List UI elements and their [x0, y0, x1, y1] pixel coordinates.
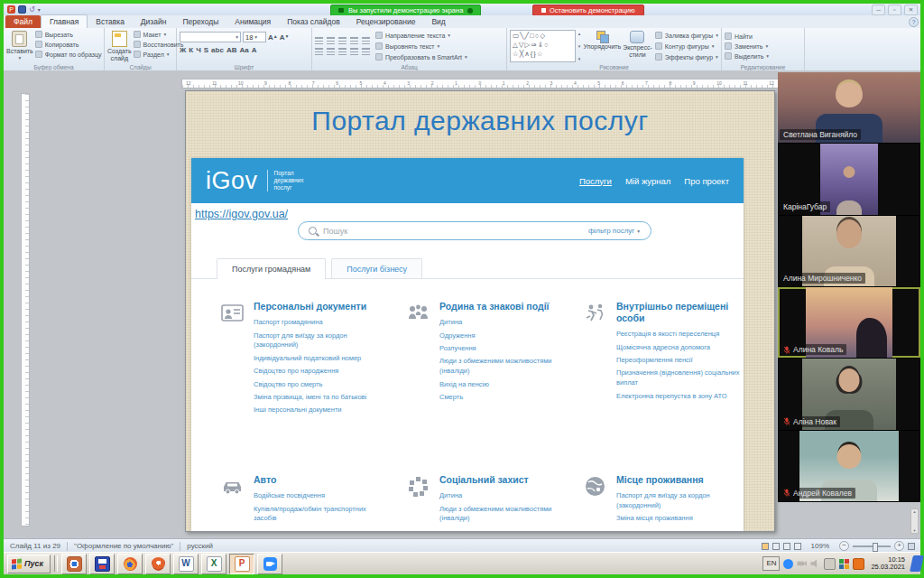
participant-tile[interactable]: КарінаГубар	[778, 144, 920, 215]
arrange-button[interactable]: Упорядочить	[584, 30, 622, 62]
slide-title[interactable]: Портал державних послуг	[186, 106, 774, 136]
service-link[interactable]: Зміна прізвища, імені та по батькові	[254, 393, 391, 403]
line-spacing-icon[interactable]	[362, 37, 370, 45]
ribbon-tab[interactable]: Показ слайдов	[279, 15, 348, 28]
participant-tile[interactable]: Андрей Ковалев	[778, 431, 920, 502]
paste-button[interactable]: Вставить ▾	[6, 30, 33, 62]
select-button[interactable]: Выделить▾	[725, 51, 769, 61]
font-style-button[interactable]: abc	[211, 46, 224, 54]
service-title[interactable]: Авто	[254, 474, 391, 486]
font-name-select[interactable]: ▾	[180, 32, 241, 42]
ribbon-tab[interactable]: Дизайн	[133, 15, 175, 28]
service-link[interactable]: Дитина	[439, 318, 577, 328]
bullets-icon[interactable]	[315, 37, 323, 45]
slide-canvas[interactable]: Портал державних послуг iGov Портал держ…	[185, 90, 775, 532]
service-link[interactable]: Смерть	[439, 393, 577, 403]
service-link[interactable]: Паспорт громадянина	[254, 318, 391, 328]
undo-icon[interactable]: ↺	[29, 5, 35, 14]
shape-icon[interactable]: ◇	[540, 32, 546, 40]
font-style-button[interactable]: АВ	[226, 46, 237, 54]
start-button[interactable]: Пуск	[7, 555, 51, 573]
font-style-button[interactable]: К	[189, 46, 193, 54]
app-grid-tray-icon[interactable]	[839, 559, 849, 569]
service-link[interactable]: Розлучення	[439, 344, 577, 354]
restore-button[interactable]: ▫	[888, 5, 901, 15]
columns-icon[interactable]	[362, 48, 370, 56]
zoom-in-button[interactable]: +	[894, 541, 904, 551]
shape-icon[interactable]: ⇓	[538, 41, 544, 49]
shape-fill-button[interactable]: Заливка фигуры▾	[655, 31, 718, 40]
service-link[interactable]: Купівля/продаж/обмін транспортних засобі…	[254, 505, 391, 525]
paste-dropdown-icon[interactable]: ▾	[18, 55, 21, 61]
service-link[interactable]: Дитина	[439, 491, 577, 501]
service-link[interactable]: Люди з обмеженими можливостями (інваліди…	[439, 505, 577, 525]
minimize-button[interactable]: ─	[872, 5, 885, 15]
zoom-level[interactable]: 109%	[805, 542, 836, 550]
service-title[interactable]: Родина та знакові події	[439, 301, 577, 312]
shapes-gallery-scrollbar[interactable]: ▴ ▾ ▾	[578, 30, 582, 62]
service-link[interactable]: Щомісячна адресна допомога	[616, 343, 744, 353]
service-link[interactable]: Індивідуальний податковий номер	[254, 354, 391, 364]
service-link[interactable]: Реєстрація в якості переселенця	[616, 330, 744, 340]
shape-effects-button[interactable]: Эффекты фигур▾	[655, 52, 718, 61]
service-link[interactable]: Переоформлення пенсії	[616, 356, 744, 366]
theme-name[interactable]: "Оформление по умолчанию"	[68, 542, 180, 550]
slide-sorter-view-button[interactable]	[772, 543, 780, 550]
slideshow-view-button[interactable]	[794, 543, 801, 550]
smartart-button[interactable]: Преобразовать в SmartArt▾	[375, 52, 467, 61]
new-slide-button[interactable]: Создать слайд	[107, 30, 132, 62]
font-style-button[interactable]: А	[252, 46, 257, 54]
save-app-button[interactable]	[89, 554, 115, 574]
service-link[interactable]: Свідоцтво про смерть	[254, 380, 391, 390]
filter-services-dropdown[interactable]: фільтр послуг▾	[588, 227, 651, 235]
align-text-button[interactable]: Выровнять текст▾	[375, 42, 467, 51]
show-desktop-edge[interactable]	[910, 555, 924, 572]
service-link[interactable]: Паспорт для виїзду за кордон (закордонни…	[254, 331, 391, 351]
close-button[interactable]: ✕	[904, 5, 918, 15]
tab-business-services[interactable]: Послуги бізнесу	[331, 258, 422, 279]
participant-tile[interactable]: Светлана Виганяйло	[778, 72, 920, 144]
font-style-button[interactable]: Ж	[180, 46, 186, 54]
shapes-gallery[interactable]: ▭╲╱□○◇ △▽▷⇒⇓○ ☆╳∧{}☆	[510, 30, 576, 62]
zoom-slider-thumb[interactable]	[873, 543, 878, 552]
align-center-icon[interactable]	[327, 48, 335, 56]
service-title[interactable]: Персональні документи	[254, 301, 391, 312]
ribbon-tab[interactable]: Переходы	[174, 15, 226, 28]
service-link[interactable]: Паспорт для виїзду за кордон (закордонни…	[616, 491, 744, 511]
firefox-button[interactable]	[117, 554, 143, 574]
nav-item[interactable]: Послуги	[579, 176, 612, 186]
scroll-up-icon[interactable]: ▴	[578, 31, 581, 36]
qat-dropdown-icon[interactable]: ▾	[38, 6, 41, 13]
nav-item[interactable]: Мій журнал	[625, 176, 670, 186]
word-button[interactable]	[173, 554, 199, 574]
service-title[interactable]: Місце проживання	[616, 474, 744, 486]
shrink-font-button[interactable]: А▼	[280, 33, 290, 42]
increase-indent-icon[interactable]	[350, 37, 358, 45]
language-indicator[interactable]: русский	[180, 542, 219, 550]
powerpoint-button[interactable]	[229, 554, 254, 574]
clock[interactable]: 10:15 25.03.2021	[868, 556, 908, 572]
save-icon[interactable]	[18, 5, 26, 14]
font-style-button[interactable]: Aa	[239, 46, 248, 54]
find-button[interactable]: Найти	[725, 32, 769, 41]
zoom-tray-icon[interactable]	[783, 559, 793, 569]
service-link[interactable]: Люди з обмеженими можливостями (інваліди…	[439, 357, 577, 377]
shape-icon[interactable]: △	[513, 41, 519, 49]
service-link[interactable]: Вихід на пенсію	[439, 380, 577, 390]
numbering-icon[interactable]	[327, 37, 335, 45]
shape-icon[interactable]: ▽	[519, 41, 525, 49]
service-title[interactable]: Соціальний захист	[439, 474, 577, 486]
volume-icon[interactable]	[810, 559, 820, 569]
shape-outline-button[interactable]: Контур фигуры▾	[655, 42, 718, 51]
ribbon-tab[interactable]: Вставка	[88, 15, 133, 28]
justify-icon[interactable]	[350, 48, 358, 56]
decrease-indent-icon[interactable]	[338, 37, 346, 45]
ribbon-tab[interactable]: Рецензирование	[348, 15, 424, 28]
search-bar[interactable]: Пошук фільтр послуг▾	[298, 221, 651, 240]
scroll-down-icon[interactable]: ▾	[578, 43, 581, 49]
service-link[interactable]: Водійське посвідчення	[254, 491, 391, 501]
ribbon-tab[interactable]: Вид	[423, 15, 453, 28]
service-link[interactable]: Призначення (відновлення) соціальних вип…	[616, 368, 744, 388]
normal-view-button[interactable]	[762, 543, 769, 550]
gallery-more-icon[interactable]: ▾	[578, 56, 581, 61]
